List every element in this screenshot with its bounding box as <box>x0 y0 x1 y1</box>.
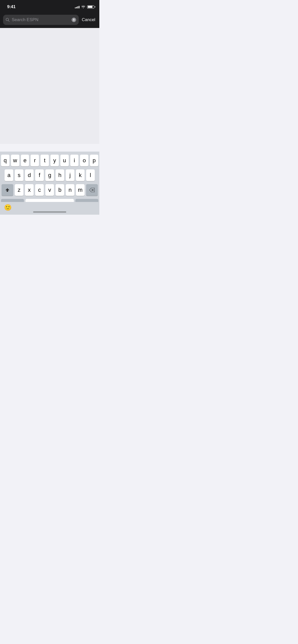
key-x[interactable]: x <box>25 184 34 196</box>
wifi-icon <box>81 5 85 9</box>
key-v[interactable]: v <box>45 184 54 196</box>
key-w[interactable]: w <box>11 155 19 166</box>
search-input[interactable] <box>12 17 70 22</box>
keyboard-row-2: a s d f g h j k l <box>1 169 98 181</box>
keyboard-bottom-bar: 🙂 <box>0 202 99 215</box>
key-z[interactable]: z <box>15 184 23 196</box>
key-a[interactable]: a <box>5 169 13 181</box>
key-g[interactable]: g <box>45 169 54 181</box>
home-indicator <box>33 211 66 213</box>
status-time: 9:41 <box>7 4 16 9</box>
key-j[interactable]: j <box>66 169 74 181</box>
search-input-wrapper[interactable] <box>3 15 79 25</box>
key-q[interactable]: q <box>1 155 9 166</box>
keyboard: q w e r t y u i o p a s d f g h j k l z … <box>0 152 99 215</box>
key-l[interactable]: l <box>86 169 95 181</box>
key-m[interactable]: m <box>76 184 85 196</box>
delete-key[interactable] <box>86 184 98 196</box>
keyboard-row-3: z x c v b n m <box>1 184 98 196</box>
shift-icon <box>5 187 10 193</box>
emoji-key[interactable]: 🙂 <box>4 204 12 211</box>
key-c[interactable]: c <box>35 184 44 196</box>
key-t[interactable]: t <box>40 155 49 166</box>
delete-icon <box>89 188 95 192</box>
status-icons <box>75 5 94 9</box>
search-bar-container: Cancel <box>0 13 99 28</box>
key-s[interactable]: s <box>15 169 23 181</box>
battery-fill <box>88 6 92 8</box>
key-i[interactable]: i <box>70 155 79 166</box>
key-n[interactable]: n <box>66 184 74 196</box>
key-f[interactable]: f <box>35 169 44 181</box>
key-e[interactable]: e <box>21 155 29 166</box>
shift-key[interactable] <box>2 184 13 196</box>
svg-rect-2 <box>74 19 74 20</box>
key-o[interactable]: o <box>80 155 88 166</box>
key-p[interactable]: p <box>90 155 98 166</box>
battery-icon <box>87 5 94 9</box>
status-bar: 9:41 <box>0 0 99 13</box>
key-y[interactable]: y <box>50 155 59 166</box>
main-content <box>0 28 99 144</box>
key-d[interactable]: d <box>25 169 34 181</box>
keyboard-row-1: q w e r t y u i o p <box>1 155 98 166</box>
key-b[interactable]: b <box>56 184 64 196</box>
cancel-button[interactable]: Cancel <box>81 17 96 22</box>
mic-button[interactable] <box>72 18 76 22</box>
svg-line-1 <box>8 21 9 22</box>
signal-icon <box>75 5 79 8</box>
key-u[interactable]: u <box>60 155 69 166</box>
key-k[interactable]: k <box>76 169 85 181</box>
key-h[interactable]: h <box>56 169 64 181</box>
search-icon <box>6 18 10 22</box>
key-r[interactable]: r <box>31 155 39 166</box>
